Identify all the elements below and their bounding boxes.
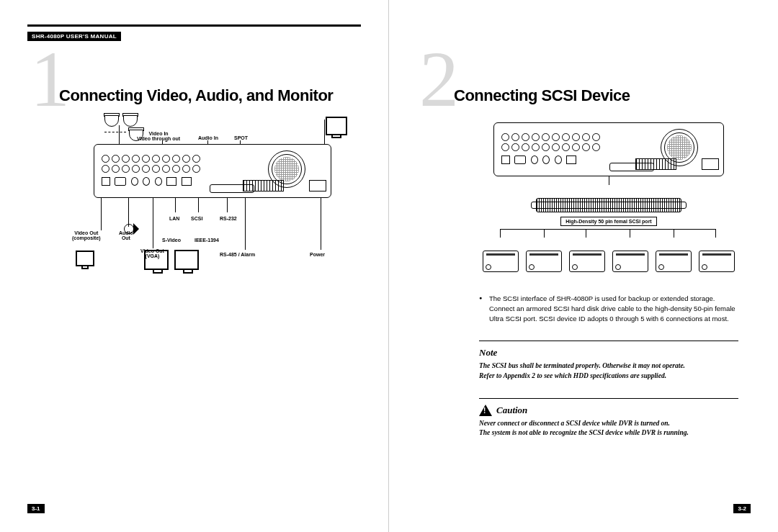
label-lan: LAN [169, 216, 179, 221]
label-ieee1394: IEEE-1394 [194, 238, 219, 243]
scsi-port-label: High-Density 50 pin femal SCSI port [560, 217, 656, 226]
lead-line [175, 198, 176, 212]
lead-wrapper [479, 176, 738, 185]
scsi-connector-icon [536, 198, 681, 212]
fan-vent-icon [268, 150, 305, 188]
section-number-2: 2 [419, 40, 459, 119]
dvr-rear-panel [94, 144, 331, 198]
hard-drive-icon [656, 251, 692, 272]
section-title-2: Connecting SCSI Device [454, 86, 630, 105]
label-power: Power [310, 252, 325, 257]
label-audio-out: Audio Out [119, 230, 133, 240]
label-rs485: RS-485 / Alarm [220, 252, 255, 257]
crt-monitor-icon [326, 117, 347, 135]
caution-body: Never connect or disconnect a SCSI devic… [479, 419, 738, 438]
caution-title-text: Caution [496, 405, 527, 416]
dvr-rear-panel [493, 122, 724, 176]
label-audio-in: Audio In [198, 135, 218, 140]
ellipsis-line-icon [104, 132, 126, 132]
flat-monitor-icon [144, 250, 169, 270]
right-column: High-Density 50 pin femal SCSI port The [479, 122, 738, 438]
connection-diagram-left: Video In Video through out Audio In SPOT [94, 144, 331, 198]
note-title: Note [479, 347, 738, 359]
caution-block: Caution Never connect or disconnect a SC… [479, 398, 738, 438]
note-block: Note The SCSI bus shall be terminated pr… [479, 341, 738, 381]
label-svideo: S-Video [162, 238, 181, 243]
label-scsi: SCSI [191, 216, 202, 221]
hard-drive-icon [612, 251, 648, 272]
ac-inlet-icon [309, 180, 326, 191]
dome-camera-icon [104, 115, 119, 127]
dome-camera-icon [123, 115, 138, 127]
lead-line [227, 198, 228, 212]
lead-line [128, 198, 129, 227]
hard-drive-icon [526, 251, 562, 272]
label-spot: SPOT [234, 135, 248, 140]
lead-line [101, 198, 102, 230]
scsi-description: The SCSI interface of SHR-4080P is used … [479, 294, 738, 323]
label-video-out-composite: Video Out (composite) [72, 230, 101, 240]
section-title-1: Connecting Video, Audio, and Monitor [59, 86, 333, 105]
text: Video In [149, 131, 169, 136]
lead-line [321, 198, 321, 250]
page-number-left: 3-1 [27, 504, 45, 513]
page-left: SHR-4080P USER'S MANUAL 1 Connecting Vid… [0, 0, 389, 532]
page-right: 2 Connecting SCSI Device [389, 0, 778, 532]
lead-line [609, 176, 609, 185]
text: Video through out [137, 136, 180, 141]
fan-vent-icon [661, 129, 698, 166]
composite-monitors [76, 251, 94, 266]
page-number-right: 3-2 [733, 504, 751, 513]
lead-line [324, 120, 325, 147]
fanout-lines [479, 229, 738, 238]
hard-drive-icon [483, 251, 519, 272]
scsi-drives-row [479, 251, 738, 272]
flat-monitor-icon [174, 250, 199, 270]
lead-line [245, 198, 246, 250]
hard-drive-icon [699, 251, 735, 272]
label-rs232: RS-232 [220, 216, 237, 221]
lead-line [153, 198, 153, 248]
section-number-1: 1 [30, 40, 70, 119]
label-video-in: Video In Video through out [137, 131, 180, 141]
warning-triangle-icon [479, 405, 492, 416]
ac-inlet-icon [702, 158, 719, 170]
crt-monitor-icon [76, 251, 94, 266]
caution-title: Caution [479, 405, 738, 416]
rule-top [27, 24, 361, 27]
vga-monitors [144, 250, 199, 270]
lead-line [198, 198, 199, 212]
hard-drive-icon [569, 251, 605, 272]
note-body: The SCSI bus shall be terminated properl… [479, 361, 738, 381]
